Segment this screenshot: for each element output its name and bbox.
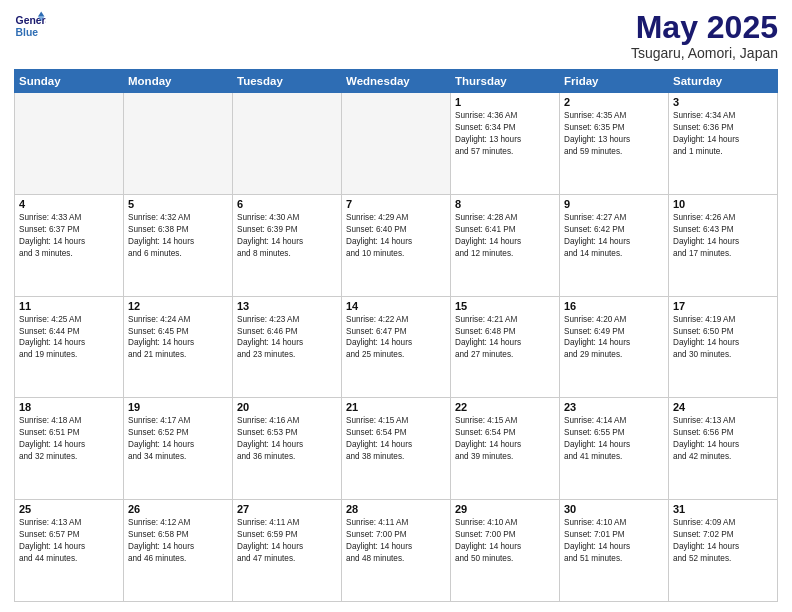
day-number: 1 (455, 96, 555, 108)
logo: General Blue (14, 10, 46, 42)
page: General Blue May 2025 Tsugaru, Aomori, J… (0, 0, 792, 612)
general-blue-logo-icon: General Blue (14, 10, 46, 42)
day-number: 4 (19, 198, 119, 210)
day-info: Sunrise: 4:20 AM Sunset: 6:49 PM Dayligh… (564, 314, 664, 362)
day-info: Sunrise: 4:35 AM Sunset: 6:35 PM Dayligh… (564, 110, 664, 158)
day-number: 3 (673, 96, 773, 108)
header-row: Sunday Monday Tuesday Wednesday Thursday… (15, 70, 778, 93)
calendar-cell: 28Sunrise: 4:11 AM Sunset: 7:00 PM Dayli… (342, 500, 451, 602)
calendar-week-1: 1Sunrise: 4:36 AM Sunset: 6:34 PM Daylig… (15, 93, 778, 195)
location: Tsugaru, Aomori, Japan (631, 45, 778, 61)
day-info: Sunrise: 4:13 AM Sunset: 6:57 PM Dayligh… (19, 517, 119, 565)
calendar-cell: 22Sunrise: 4:15 AM Sunset: 6:54 PM Dayli… (451, 398, 560, 500)
calendar-cell: 9Sunrise: 4:27 AM Sunset: 6:42 PM Daylig… (560, 194, 669, 296)
day-info: Sunrise: 4:22 AM Sunset: 6:47 PM Dayligh… (346, 314, 446, 362)
calendar-cell: 10Sunrise: 4:26 AM Sunset: 6:43 PM Dayli… (669, 194, 778, 296)
day-number: 11 (19, 300, 119, 312)
day-info: Sunrise: 4:11 AM Sunset: 7:00 PM Dayligh… (346, 517, 446, 565)
day-info: Sunrise: 4:27 AM Sunset: 6:42 PM Dayligh… (564, 212, 664, 260)
calendar-cell: 16Sunrise: 4:20 AM Sunset: 6:49 PM Dayli… (560, 296, 669, 398)
day-info: Sunrise: 4:28 AM Sunset: 6:41 PM Dayligh… (455, 212, 555, 260)
day-number: 6 (237, 198, 337, 210)
day-info: Sunrise: 4:09 AM Sunset: 7:02 PM Dayligh… (673, 517, 773, 565)
col-monday: Monday (124, 70, 233, 93)
day-number: 14 (346, 300, 446, 312)
calendar-cell: 30Sunrise: 4:10 AM Sunset: 7:01 PM Dayli… (560, 500, 669, 602)
calendar-cell: 17Sunrise: 4:19 AM Sunset: 6:50 PM Dayli… (669, 296, 778, 398)
day-number: 30 (564, 503, 664, 515)
calendar-cell: 15Sunrise: 4:21 AM Sunset: 6:48 PM Dayli… (451, 296, 560, 398)
calendar-cell: 5Sunrise: 4:32 AM Sunset: 6:38 PM Daylig… (124, 194, 233, 296)
day-number: 12 (128, 300, 228, 312)
day-number: 19 (128, 401, 228, 413)
calendar-cell: 27Sunrise: 4:11 AM Sunset: 6:59 PM Dayli… (233, 500, 342, 602)
month-title: May 2025 (631, 10, 778, 45)
svg-text:Blue: Blue (16, 27, 39, 38)
day-info: Sunrise: 4:12 AM Sunset: 6:58 PM Dayligh… (128, 517, 228, 565)
calendar-cell: 2Sunrise: 4:35 AM Sunset: 6:35 PM Daylig… (560, 93, 669, 195)
day-number: 16 (564, 300, 664, 312)
calendar-week-4: 18Sunrise: 4:18 AM Sunset: 6:51 PM Dayli… (15, 398, 778, 500)
day-info: Sunrise: 4:13 AM Sunset: 6:56 PM Dayligh… (673, 415, 773, 463)
calendar-cell: 4Sunrise: 4:33 AM Sunset: 6:37 PM Daylig… (15, 194, 124, 296)
day-info: Sunrise: 4:34 AM Sunset: 6:36 PM Dayligh… (673, 110, 773, 158)
day-info: Sunrise: 4:26 AM Sunset: 6:43 PM Dayligh… (673, 212, 773, 260)
col-wednesday: Wednesday (342, 70, 451, 93)
col-thursday: Thursday (451, 70, 560, 93)
calendar-table: Sunday Monday Tuesday Wednesday Thursday… (14, 69, 778, 602)
day-number: 21 (346, 401, 446, 413)
day-info: Sunrise: 4:23 AM Sunset: 6:46 PM Dayligh… (237, 314, 337, 362)
day-info: Sunrise: 4:25 AM Sunset: 6:44 PM Dayligh… (19, 314, 119, 362)
calendar-cell: 6Sunrise: 4:30 AM Sunset: 6:39 PM Daylig… (233, 194, 342, 296)
day-number: 22 (455, 401, 555, 413)
day-number: 31 (673, 503, 773, 515)
col-friday: Friday (560, 70, 669, 93)
calendar-cell: 12Sunrise: 4:24 AM Sunset: 6:45 PM Dayli… (124, 296, 233, 398)
day-info: Sunrise: 4:19 AM Sunset: 6:50 PM Dayligh… (673, 314, 773, 362)
title-block: May 2025 Tsugaru, Aomori, Japan (631, 10, 778, 61)
calendar-cell: 23Sunrise: 4:14 AM Sunset: 6:55 PM Dayli… (560, 398, 669, 500)
day-number: 10 (673, 198, 773, 210)
calendar-cell: 20Sunrise: 4:16 AM Sunset: 6:53 PM Dayli… (233, 398, 342, 500)
day-number: 8 (455, 198, 555, 210)
day-info: Sunrise: 4:11 AM Sunset: 6:59 PM Dayligh… (237, 517, 337, 565)
calendar-cell: 29Sunrise: 4:10 AM Sunset: 7:00 PM Dayli… (451, 500, 560, 602)
calendar-week-2: 4Sunrise: 4:33 AM Sunset: 6:37 PM Daylig… (15, 194, 778, 296)
calendar-cell (15, 93, 124, 195)
day-info: Sunrise: 4:15 AM Sunset: 6:54 PM Dayligh… (455, 415, 555, 463)
calendar-cell: 11Sunrise: 4:25 AM Sunset: 6:44 PM Dayli… (15, 296, 124, 398)
calendar-cell: 14Sunrise: 4:22 AM Sunset: 6:47 PM Dayli… (342, 296, 451, 398)
calendar-cell: 24Sunrise: 4:13 AM Sunset: 6:56 PM Dayli… (669, 398, 778, 500)
calendar-cell: 18Sunrise: 4:18 AM Sunset: 6:51 PM Dayli… (15, 398, 124, 500)
calendar-cell: 31Sunrise: 4:09 AM Sunset: 7:02 PM Dayli… (669, 500, 778, 602)
day-info: Sunrise: 4:10 AM Sunset: 7:01 PM Dayligh… (564, 517, 664, 565)
day-number: 23 (564, 401, 664, 413)
svg-marker-2 (38, 12, 44, 17)
calendar-cell: 21Sunrise: 4:15 AM Sunset: 6:54 PM Dayli… (342, 398, 451, 500)
col-tuesday: Tuesday (233, 70, 342, 93)
calendar-cell: 19Sunrise: 4:17 AM Sunset: 6:52 PM Dayli… (124, 398, 233, 500)
calendar-cell: 7Sunrise: 4:29 AM Sunset: 6:40 PM Daylig… (342, 194, 451, 296)
day-info: Sunrise: 4:33 AM Sunset: 6:37 PM Dayligh… (19, 212, 119, 260)
calendar-cell (124, 93, 233, 195)
day-number: 5 (128, 198, 228, 210)
calendar-week-3: 11Sunrise: 4:25 AM Sunset: 6:44 PM Dayli… (15, 296, 778, 398)
col-saturday: Saturday (669, 70, 778, 93)
day-info: Sunrise: 4:36 AM Sunset: 6:34 PM Dayligh… (455, 110, 555, 158)
calendar-cell: 3Sunrise: 4:34 AM Sunset: 6:36 PM Daylig… (669, 93, 778, 195)
day-number: 18 (19, 401, 119, 413)
col-sunday: Sunday (15, 70, 124, 93)
day-number: 2 (564, 96, 664, 108)
day-number: 28 (346, 503, 446, 515)
day-number: 7 (346, 198, 446, 210)
day-number: 27 (237, 503, 337, 515)
day-number: 17 (673, 300, 773, 312)
calendar-cell: 8Sunrise: 4:28 AM Sunset: 6:41 PM Daylig… (451, 194, 560, 296)
day-number: 29 (455, 503, 555, 515)
calendar-cell: 25Sunrise: 4:13 AM Sunset: 6:57 PM Dayli… (15, 500, 124, 602)
day-number: 20 (237, 401, 337, 413)
day-info: Sunrise: 4:10 AM Sunset: 7:00 PM Dayligh… (455, 517, 555, 565)
day-info: Sunrise: 4:32 AM Sunset: 6:38 PM Dayligh… (128, 212, 228, 260)
calendar-cell: 26Sunrise: 4:12 AM Sunset: 6:58 PM Dayli… (124, 500, 233, 602)
day-info: Sunrise: 4:30 AM Sunset: 6:39 PM Dayligh… (237, 212, 337, 260)
